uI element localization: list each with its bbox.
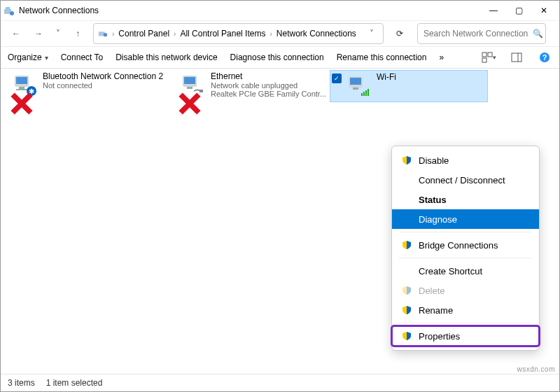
menu-status[interactable]: Status: [392, 190, 539, 209]
shield-icon: [402, 240, 412, 250]
connection-name: Bluetooth Network Connection 2: [43, 71, 163, 81]
shield-icon: [402, 155, 412, 165]
svg-point-2: [10, 11, 14, 15]
rename-button[interactable]: Rename this connection: [337, 52, 427, 62]
menu-bridge[interactable]: Bridge Connections: [392, 235, 539, 255]
chevron-right-icon: ›: [112, 30, 114, 38]
app-icon: [4, 5, 15, 16]
svg-rect-25: [361, 93, 363, 96]
titlebar: Network Connections — ▢ ✕: [1, 1, 559, 21]
menu-separator: [399, 232, 532, 232]
svg-rect-27: [365, 90, 367, 96]
breadcrumb[interactable]: › Control Panel › All Control Panel Item…: [93, 23, 384, 44]
connection-status: Not connected: [43, 81, 163, 90]
menu-separator: [399, 258, 532, 258]
breadcrumb-item[interactable]: Control Panel: [118, 29, 169, 38]
search-icon[interactable]: 🔍: [533, 29, 543, 38]
navigation-bar: ← → ˅ ↑ › Control Panel › All Control Pa…: [1, 21, 559, 46]
close-button[interactable]: ✕: [531, 1, 556, 20]
svg-rect-28: [368, 89, 369, 96]
connection-icon: ✱: [10, 71, 38, 99]
watermark: wsxdn.com: [517, 365, 555, 373]
view-options-button[interactable]: ▾: [481, 50, 496, 65]
connection-item-wifi[interactable]: ✓ Wi-Fi: [330, 70, 488, 102]
up-button[interactable]: ↑: [68, 24, 88, 43]
window-title: Network Connections: [19, 6, 481, 15]
svg-rect-5: [482, 52, 486, 57]
shield-icon: [402, 331, 412, 341]
forward-button[interactable]: →: [29, 24, 48, 43]
svg-rect-7: [482, 58, 486, 62]
svg-rect-6: [488, 52, 492, 57]
content-area[interactable]: ✱ Bluetooth Network Connection 2 Not con…: [1, 69, 559, 374]
maximize-button[interactable]: ▢: [506, 1, 531, 20]
connection-name: Wi-Fi: [377, 72, 396, 82]
chevron-right-icon: ›: [270, 30, 272, 38]
status-bar: 3 items 1 item selected: [1, 374, 559, 391]
svg-rect-1: [6, 7, 10, 10]
window-buttons: — ▢ ✕: [481, 1, 556, 20]
connection-name: Ethernet: [211, 71, 326, 81]
connection-text: Ethernet Network cable unplugged Realtek…: [211, 71, 326, 98]
breadcrumb-dropdown[interactable]: ˅: [365, 29, 379, 38]
menu-rename[interactable]: Rename: [392, 300, 539, 320]
svg-rect-15: [16, 89, 27, 90]
svg-rect-24: [353, 88, 358, 90]
svg-rect-14: [19, 87, 24, 89]
menu-connect-disconnect[interactable]: Connect / Disconnect: [392, 170, 539, 190]
breadcrumb-item[interactable]: Network Connections: [276, 29, 356, 38]
help-button[interactable]: ?: [537, 50, 552, 65]
svg-rect-23: [350, 78, 361, 85]
organize-menu[interactable]: Organize▾: [8, 52, 48, 62]
menu-diagnose[interactable]: Diagnose: [392, 209, 539, 229]
recent-locations-dropdown[interactable]: ˅: [51, 29, 65, 38]
breadcrumb-icon: [98, 28, 108, 40]
svg-rect-19: [184, 77, 195, 84]
connection-detail: Realtek PCIe GBE Family Contr...: [211, 90, 326, 98]
more-commands[interactable]: »: [439, 52, 444, 62]
menu-separator: [399, 323, 532, 323]
menu-properties[interactable]: Properties: [392, 326, 539, 346]
back-button[interactable]: ←: [6, 24, 26, 43]
menu-disable[interactable]: Disable: [392, 150, 539, 170]
preview-pane-button[interactable]: [509, 50, 524, 65]
svg-rect-26: [363, 92, 365, 96]
menu-create-shortcut[interactable]: Create Shortcut: [392, 261, 539, 281]
connection-item-ethernet[interactable]: Ethernet Network cable unplugged Realtek…: [178, 71, 332, 99]
svg-rect-13: [16, 77, 27, 84]
search-box[interactable]: 🔍: [417, 23, 546, 44]
menu-delete: Delete: [392, 281, 539, 300]
shield-icon: [402, 286, 412, 295]
minimize-button[interactable]: —: [481, 1, 506, 20]
error-badge-icon: [9, 91, 19, 101]
connection-icon: [178, 71, 206, 99]
selection-count: 1 item selected: [46, 378, 103, 388]
item-count: 3 items: [8, 378, 35, 388]
context-menu: Disable Connect / Disconnect Status Diag…: [391, 146, 540, 351]
svg-text:?: ?: [542, 53, 547, 62]
error-badge-icon: [177, 91, 187, 101]
disable-device-button[interactable]: Disable this network device: [115, 52, 217, 62]
connection-status: Network cable unplugged: [211, 81, 326, 90]
shield-icon: [402, 305, 412, 315]
connection-icon: [344, 72, 372, 100]
connection-item-bluetooth[interactable]: ✱ Bluetooth Network Connection 2 Not con…: [10, 71, 164, 99]
command-bar: Organize▾ Connect To Disable this networ…: [1, 46, 559, 69]
selection-check-icon: ✓: [332, 74, 342, 83]
connection-text: Wi-Fi: [377, 72, 396, 82]
chevron-right-icon: ›: [174, 30, 176, 38]
connect-to-button[interactable]: Connect To: [61, 52, 104, 62]
connection-text: Bluetooth Network Connection 2 Not conne…: [43, 71, 163, 90]
svg-rect-8: [512, 53, 522, 62]
refresh-button[interactable]: ⟳: [389, 24, 410, 43]
svg-rect-20: [187, 87, 192, 89]
diagnose-button[interactable]: Diagnose this connection: [230, 52, 324, 62]
svg-point-4: [104, 33, 107, 36]
search-input[interactable]: [422, 28, 530, 39]
window: { "title": "Network Connections", "windo…: [0, 0, 560, 392]
breadcrumb-item[interactable]: All Control Panel Items: [180, 29, 265, 38]
